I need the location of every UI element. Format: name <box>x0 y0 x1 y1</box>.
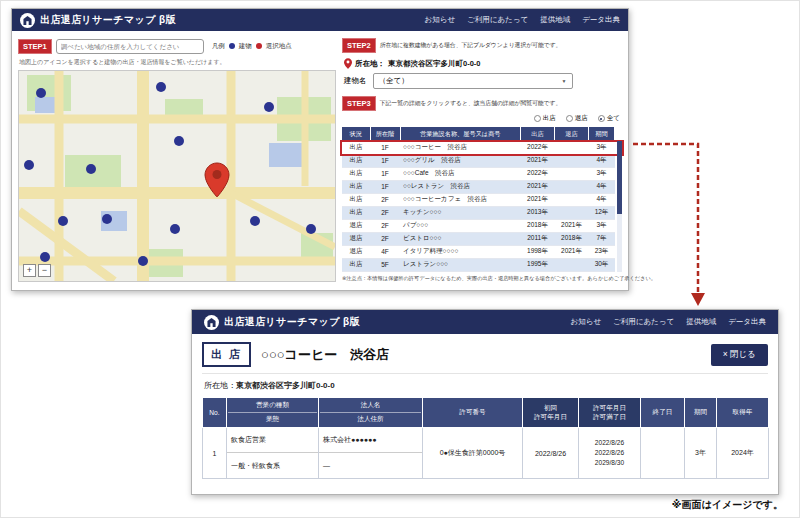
store-cell[interactable] <box>555 258 589 271</box>
store-cell[interactable]: ビストロ○○○ <box>400 232 521 245</box>
store-cell[interactable]: 退店 <box>342 232 370 245</box>
zoom-controls: + − <box>23 264 51 277</box>
store-cell[interactable]: 7年 <box>589 232 615 245</box>
filter-close[interactable]: 退店 <box>566 114 588 123</box>
zoom-in-button[interactable]: + <box>23 264 36 277</box>
store-cell[interactable]: 2F <box>370 193 400 206</box>
store-cell[interactable] <box>555 193 589 206</box>
store-title: ○○○コーヒー 渋谷店 <box>261 346 701 364</box>
store-cell[interactable]: ○○○グリル 渋谷店 <box>400 154 521 167</box>
step2-badge: STEP2 <box>342 38 376 53</box>
header-link-notice[interactable]: お知らせ <box>425 15 456 25</box>
store-cell[interactable]: ○○レストラン 渋谷店 <box>400 180 521 193</box>
store-cell[interactable]: 退店 <box>342 219 370 232</box>
filter-open-label: 出店 <box>543 114 556 123</box>
search-result-column: STEP2 所在地に複数建物がある場合、下記プルダウンより選択が可能です。 所在… <box>342 37 622 282</box>
store-cell[interactable] <box>555 141 589 154</box>
detail-window-header: 出店退店リサーチマップ β版 お知らせ ご利用にあたって 提供地域 データ出典 <box>192 310 778 334</box>
store-cell[interactable]: 1998年 <box>521 245 555 258</box>
store-cell[interactable] <box>555 180 589 193</box>
store-cell[interactable]: ○○○Cafe 渋谷店 <box>400 167 521 180</box>
store-cell[interactable]: パブ○○○ <box>400 219 521 232</box>
store-cell[interactable]: 出店 <box>342 258 370 271</box>
cell-acquired-year: 2024年 <box>717 428 769 479</box>
building-select[interactable]: （全て） ▼ <box>373 73 573 89</box>
store-cell[interactable]: レストラン○○○ <box>400 258 521 271</box>
filter-all[interactable]: 全て <box>598 114 620 123</box>
close-button[interactable]: × 閉じる <box>711 344 768 366</box>
header-link-coverage[interactable]: 提供地域 <box>540 15 570 25</box>
store-row[interactable]: 出店5Fレストラン○○○1995年30年 <box>342 258 615 271</box>
cell-first-permit-date: 2022/8/26 <box>523 428 579 479</box>
store-cell[interactable]: 4F <box>370 245 400 258</box>
store-cell[interactable] <box>555 167 589 180</box>
store-cell[interactable]: 2022年 <box>521 141 555 154</box>
store-row[interactable]: 退店2Fビストロ○○○2011年2018年7年 <box>342 232 615 245</box>
store-cell[interactable]: 2021年 <box>555 245 589 258</box>
store-cell[interactable]: 12年 <box>589 206 615 219</box>
header-link-notice[interactable]: お知らせ <box>571 317 602 327</box>
filter-open[interactable]: 出店 <box>534 114 556 123</box>
store-cell[interactable]: 2018年 <box>555 232 589 245</box>
store-cell[interactable]: 2021年 <box>521 193 555 206</box>
store-cell[interactable]: 出店 <box>342 193 370 206</box>
store-row[interactable]: 退店4Fイタリア料理○○○○1998年2021年23年 <box>342 245 615 258</box>
store-cell[interactable]: 4年 <box>589 154 615 167</box>
store-row[interactable]: 出店1F○○○グリル 渋谷店2021年4年 <box>342 154 615 167</box>
store-cell[interactable]: ○○○コーヒー 渋谷店 <box>400 141 521 154</box>
store-cell[interactable]: 1F <box>370 154 400 167</box>
header-link-terms[interactable]: ご利用にあたって <box>613 317 674 327</box>
header-link-sources[interactable]: データ出典 <box>728 317 766 327</box>
store-cell[interactable]: 2F <box>370 232 400 245</box>
store-cell[interactable]: 1F <box>370 180 400 193</box>
address-search-input[interactable] <box>56 39 204 54</box>
store-cell[interactable]: 23年 <box>589 245 615 258</box>
cell-corp-name: 株式会社●●●●●● ― <box>319 428 423 479</box>
store-cell[interactable]: 4年 <box>589 180 615 193</box>
address-label: 所在地： <box>355 59 385 69</box>
store-cell[interactable]: 30年 <box>589 258 615 271</box>
store-row[interactable]: 出店1F○○○コーヒー 渋谷店2022年3年 <box>342 141 615 154</box>
store-cell[interactable]: 出店 <box>342 206 370 219</box>
store-cell[interactable]: 出店 <box>342 141 370 154</box>
store-cell[interactable]: 4年 <box>589 193 615 206</box>
store-cell[interactable]: 1995年 <box>521 258 555 271</box>
store-cell[interactable]: 2011年 <box>521 232 555 245</box>
store-row[interactable]: 出店1F○○レストラン 渋谷店2021年4年 <box>342 180 615 193</box>
store-cell[interactable]: 3年 <box>589 219 615 232</box>
store-cell[interactable]: イタリア料理○○○○ <box>400 245 521 258</box>
scrollbar-thumb[interactable] <box>617 141 622 214</box>
header-link-sources[interactable]: データ出典 <box>582 15 620 25</box>
store-cell[interactable]: 2018年 <box>521 219 555 232</box>
store-cell[interactable]: 1F <box>370 141 400 154</box>
store-cell[interactable]: 出店 <box>342 180 370 193</box>
store-cell[interactable] <box>555 154 589 167</box>
store-row[interactable]: 出店2F○○○コーヒーカフェ 渋谷店2021年4年 <box>342 193 615 206</box>
table-scrollbar[interactable] <box>617 141 622 272</box>
store-cell[interactable]: 5F <box>370 258 400 271</box>
zoom-out-button[interactable]: − <box>38 264 51 277</box>
store-cell[interactable]: キッチン○○○ <box>400 206 521 219</box>
store-cell[interactable]: 2021年 <box>521 180 555 193</box>
header-link-coverage[interactable]: 提供地域 <box>686 317 716 327</box>
store-cell[interactable]: 2F <box>370 206 400 219</box>
store-cell[interactable]: 退店 <box>342 245 370 258</box>
store-row[interactable]: 退店2Fパブ○○○2018年2021年3年 <box>342 219 615 232</box>
store-cell[interactable]: 2021年 <box>555 219 589 232</box>
store-cell[interactable]: 出店 <box>342 154 370 167</box>
store-cell[interactable]: 2013年 <box>521 206 555 219</box>
store-cell[interactable]: 3年 <box>589 141 615 154</box>
store-cell[interactable]: 3年 <box>589 167 615 180</box>
store-cell[interactable]: 出店 <box>342 167 370 180</box>
store-cell[interactable]: 2022年 <box>521 167 555 180</box>
store-cell[interactable]: ○○○コーヒーカフェ 渋谷店 <box>400 193 521 206</box>
store-cell[interactable] <box>555 206 589 219</box>
store-row[interactable]: 出店2Fキッチン○○○2013年12年 <box>342 206 615 219</box>
map-window-header: 出店退店リサーチマップ β版 お知らせ ご利用にあたって 提供地域 データ出典 <box>12 9 628 31</box>
store-cell[interactable]: 1F <box>370 167 400 180</box>
store-row[interactable]: 出店1F○○○Cafe 渋谷店2022年3年 <box>342 167 615 180</box>
store-cell[interactable]: 2F <box>370 219 400 232</box>
store-cell[interactable]: 2021年 <box>521 154 555 167</box>
map-canvas[interactable]: + − <box>18 70 336 282</box>
header-link-terms[interactable]: ご利用にあたって <box>467 15 528 25</box>
